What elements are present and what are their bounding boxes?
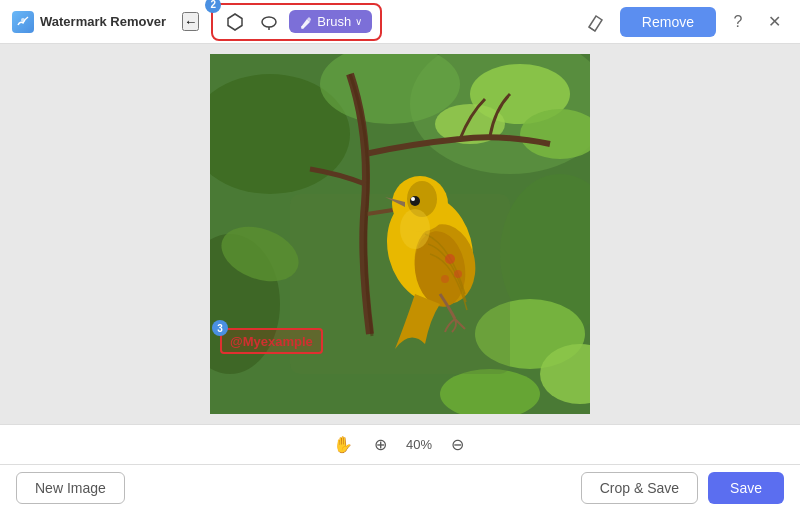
brush-tool-button[interactable]: Brush ∨	[289, 10, 372, 33]
svg-marker-1	[228, 14, 242, 30]
svg-point-2	[262, 17, 276, 27]
footer-bar: New Image Crop & Save Save	[0, 464, 800, 510]
zoom-bar: ✋ ⊕ 40% ⊖	[0, 424, 800, 464]
svg-point-28	[441, 275, 449, 283]
svg-point-26	[445, 254, 455, 264]
back-icon: ←	[184, 14, 197, 29]
app-icon	[12, 11, 34, 33]
back-button[interactable]: ←	[182, 12, 199, 31]
help-icon: ?	[734, 13, 743, 31]
svg-point-24	[410, 196, 420, 206]
svg-line-5	[589, 27, 595, 31]
svg-point-25	[411, 197, 415, 201]
save-button[interactable]: Save	[708, 472, 784, 504]
main-canvas-area: 3 @Myexample	[0, 44, 800, 424]
footer-right-actions: Crop & Save Save	[581, 472, 784, 504]
watermark-selection-box: @Myexample	[220, 328, 323, 354]
remove-button[interactable]: Remove	[620, 7, 716, 37]
hand-icon: ✋	[333, 435, 353, 454]
bird-image	[210, 54, 590, 414]
zoom-out-icon: ⊖	[451, 435, 464, 454]
tool-group-container: 2 Brush ∨	[211, 3, 382, 41]
brush-chevron-icon: ∨	[355, 16, 362, 27]
lasso-icon	[260, 13, 278, 31]
polygon-icon	[226, 13, 244, 31]
svg-point-4	[301, 26, 304, 29]
image-container: 3 @Myexample	[210, 54, 590, 414]
help-button[interactable]: ?	[724, 8, 752, 36]
close-button[interactable]: ✕	[760, 8, 788, 36]
crop-save-button[interactable]: Crop & Save	[581, 472, 698, 504]
eraser-button[interactable]	[580, 6, 612, 38]
svg-point-0	[21, 18, 25, 22]
app-title: Watermark Remover	[40, 14, 166, 29]
zoom-level-label: 40%	[406, 437, 432, 452]
lasso-tool-button[interactable]	[255, 8, 283, 36]
close-icon: ✕	[768, 12, 781, 31]
polygon-tool-button[interactable]	[221, 8, 249, 36]
zoom-in-button[interactable]: ⊕	[368, 432, 394, 458]
svg-point-27	[454, 270, 462, 278]
zoom-out-button[interactable]: ⊖	[444, 432, 470, 458]
watermark-badge: 3 @Myexample	[220, 328, 323, 354]
svg-point-29	[400, 209, 430, 249]
eraser-icon	[586, 12, 606, 32]
hand-tool-button[interactable]: ✋	[330, 432, 356, 458]
new-image-button[interactable]: New Image	[16, 472, 125, 504]
app-logo: Watermark Remover	[12, 11, 166, 33]
watermark-badge-number: 3	[212, 320, 228, 336]
brush-icon	[299, 15, 313, 29]
brush-label: Brush	[317, 14, 351, 29]
title-bar: Watermark Remover ← 2	[0, 0, 800, 44]
zoom-in-icon: ⊕	[374, 435, 387, 454]
watermark-text: @Myexample	[230, 334, 313, 349]
tool-group: Brush ∨	[211, 3, 382, 41]
